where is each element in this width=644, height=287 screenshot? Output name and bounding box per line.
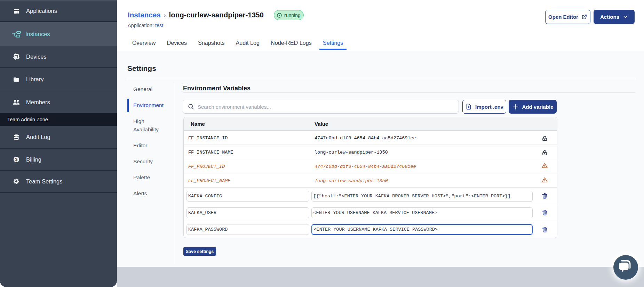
svg-text:$: $ [15, 157, 18, 162]
